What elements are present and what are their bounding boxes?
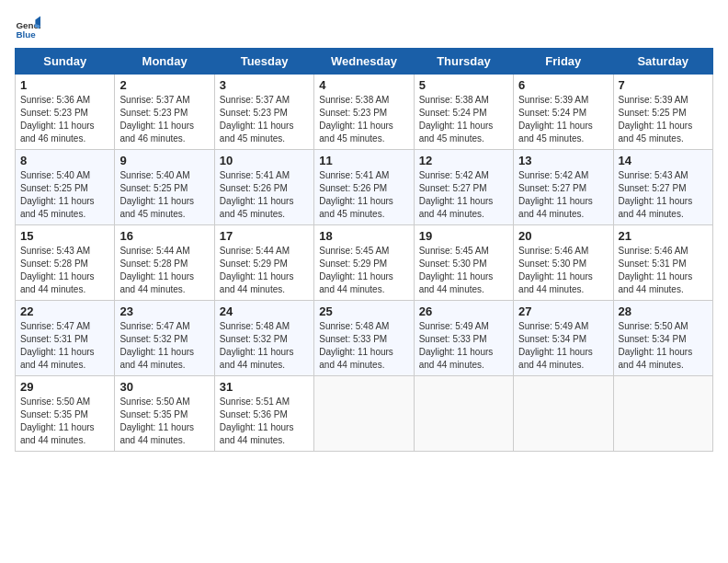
calendar-cell: 4Sunrise: 5:38 AMSunset: 5:23 PMDaylight… <box>314 75 414 150</box>
day-number: 16 <box>119 229 209 243</box>
calendar-cell: 24Sunrise: 5:48 AMSunset: 5:32 PMDayligh… <box>214 301 313 376</box>
day-number: 31 <box>220 380 309 394</box>
day-detail: Sunrise: 5:38 AMSunset: 5:24 PMDaylight:… <box>419 94 508 145</box>
day-number: 14 <box>619 154 708 167</box>
day-detail: Sunrise: 5:50 AMSunset: 5:34 PMDaylight:… <box>619 320 708 372</box>
calendar-cell: 7Sunrise: 5:39 AMSunset: 5:25 PMDaylight… <box>613 75 712 150</box>
day-detail: Sunrise: 5:50 AMSunset: 5:35 PMDaylight:… <box>20 396 109 447</box>
day-number: 19 <box>419 229 508 243</box>
day-number: 4 <box>319 78 408 92</box>
calendar-cell: 14Sunrise: 5:43 AMSunset: 5:27 PMDayligh… <box>613 150 712 225</box>
day-detail: Sunrise: 5:44 AMSunset: 5:29 PMDaylight:… <box>220 245 309 296</box>
day-number: 30 <box>119 380 209 394</box>
day-detail: Sunrise: 5:45 AMSunset: 5:30 PMDaylight:… <box>419 245 508 296</box>
calendar-week-3: 15Sunrise: 5:43 AMSunset: 5:28 PMDayligh… <box>16 225 713 301</box>
day-number: 10 <box>220 154 309 167</box>
calendar-cell: 12Sunrise: 5:42 AMSunset: 5:27 PMDayligh… <box>414 150 513 225</box>
weekday-header-wednesday: Wednesday <box>314 49 414 75</box>
calendar-cell: 29Sunrise: 5:50 AMSunset: 5:35 PMDayligh… <box>16 376 115 452</box>
weekday-header-thursday: Thursday <box>414 49 513 75</box>
day-number: 8 <box>20 154 109 167</box>
day-number: 11 <box>319 154 408 167</box>
day-number: 6 <box>518 78 608 92</box>
calendar-cell: 3Sunrise: 5:37 AMSunset: 5:23 PMDaylight… <box>214 75 313 150</box>
calendar-week-4: 22Sunrise: 5:47 AMSunset: 5:31 PMDayligh… <box>16 301 713 376</box>
day-detail: Sunrise: 5:39 AMSunset: 5:24 PMDaylight:… <box>518 94 608 145</box>
day-number: 13 <box>518 154 608 167</box>
calendar-table: SundayMondayTuesdayWednesdayThursdayFrid… <box>15 48 713 452</box>
day-detail: Sunrise: 5:42 AMSunset: 5:27 PMDaylight:… <box>518 169 608 221</box>
calendar-cell: 6Sunrise: 5:39 AMSunset: 5:24 PMDaylight… <box>514 75 613 150</box>
day-detail: Sunrise: 5:37 AMSunset: 5:23 PMDaylight:… <box>220 94 309 145</box>
day-detail: Sunrise: 5:45 AMSunset: 5:29 PMDaylight:… <box>319 245 408 296</box>
weekday-header-monday: Monday <box>115 49 214 75</box>
calendar-cell: 16Sunrise: 5:44 AMSunset: 5:28 PMDayligh… <box>115 225 214 301</box>
day-detail: Sunrise: 5:40 AMSunset: 5:25 PMDaylight:… <box>119 169 209 221</box>
calendar-cell: 20Sunrise: 5:46 AMSunset: 5:30 PMDayligh… <box>514 225 613 301</box>
day-number: 22 <box>20 304 109 318</box>
calendar-cell: 9Sunrise: 5:40 AMSunset: 5:25 PMDaylight… <box>115 150 214 225</box>
svg-text:Blue: Blue <box>16 29 36 40</box>
weekday-header-row: SundayMondayTuesdayWednesdayThursdayFrid… <box>16 49 713 75</box>
calendar-cell <box>414 376 513 452</box>
calendar-cell <box>514 376 613 452</box>
day-detail: Sunrise: 5:49 AMSunset: 5:34 PMDaylight:… <box>518 320 608 372</box>
calendar-cell: 22Sunrise: 5:47 AMSunset: 5:31 PMDayligh… <box>16 301 115 376</box>
day-number: 15 <box>20 229 109 243</box>
calendar-cell: 1Sunrise: 5:36 AMSunset: 5:23 PMDaylight… <box>16 75 115 150</box>
day-detail: Sunrise: 5:36 AMSunset: 5:23 PMDaylight:… <box>20 94 109 145</box>
day-detail: Sunrise: 5:46 AMSunset: 5:31 PMDaylight:… <box>619 245 708 296</box>
day-detail: Sunrise: 5:49 AMSunset: 5:33 PMDaylight:… <box>419 320 508 372</box>
day-number: 5 <box>419 78 508 92</box>
logo: General Blue <box>15 15 44 40</box>
day-detail: Sunrise: 5:50 AMSunset: 5:35 PMDaylight:… <box>119 396 209 447</box>
day-number: 23 <box>119 304 209 318</box>
day-number: 3 <box>220 78 309 92</box>
day-detail: Sunrise: 5:43 AMSunset: 5:28 PMDaylight:… <box>20 245 109 296</box>
calendar-cell: 28Sunrise: 5:50 AMSunset: 5:34 PMDayligh… <box>613 301 712 376</box>
calendar-cell: 19Sunrise: 5:45 AMSunset: 5:30 PMDayligh… <box>414 225 513 301</box>
day-number: 24 <box>220 304 309 318</box>
logo-icon: General Blue <box>15 15 40 40</box>
calendar-cell: 5Sunrise: 5:38 AMSunset: 5:24 PMDaylight… <box>414 75 513 150</box>
day-detail: Sunrise: 5:39 AMSunset: 5:25 PMDaylight:… <box>619 94 708 145</box>
calendar-cell: 23Sunrise: 5:47 AMSunset: 5:32 PMDayligh… <box>115 301 214 376</box>
calendar-cell: 31Sunrise: 5:51 AMSunset: 5:36 PMDayligh… <box>214 376 313 452</box>
day-number: 12 <box>419 154 508 167</box>
calendar-week-2: 8Sunrise: 5:40 AMSunset: 5:25 PMDaylight… <box>16 150 713 225</box>
day-detail: Sunrise: 5:43 AMSunset: 5:27 PMDaylight:… <box>619 169 708 221</box>
day-number: 20 <box>518 229 608 243</box>
calendar-cell: 26Sunrise: 5:49 AMSunset: 5:33 PMDayligh… <box>414 301 513 376</box>
calendar-cell: 25Sunrise: 5:48 AMSunset: 5:33 PMDayligh… <box>314 301 414 376</box>
day-detail: Sunrise: 5:41 AMSunset: 5:26 PMDaylight:… <box>220 169 309 221</box>
day-detail: Sunrise: 5:42 AMSunset: 5:27 PMDaylight:… <box>419 169 508 221</box>
calendar-cell <box>314 376 414 452</box>
calendar-cell: 18Sunrise: 5:45 AMSunset: 5:29 PMDayligh… <box>314 225 414 301</box>
day-number: 29 <box>20 380 109 394</box>
calendar-week-5: 29Sunrise: 5:50 AMSunset: 5:35 PMDayligh… <box>16 376 713 452</box>
day-detail: Sunrise: 5:48 AMSunset: 5:32 PMDaylight:… <box>220 320 309 372</box>
calendar-cell: 11Sunrise: 5:41 AMSunset: 5:26 PMDayligh… <box>314 150 414 225</box>
calendar-cell: 2Sunrise: 5:37 AMSunset: 5:23 PMDaylight… <box>115 75 214 150</box>
calendar-cell: 8Sunrise: 5:40 AMSunset: 5:25 PMDaylight… <box>16 150 115 225</box>
calendar-cell: 30Sunrise: 5:50 AMSunset: 5:35 PMDayligh… <box>115 376 214 452</box>
day-detail: Sunrise: 5:38 AMSunset: 5:23 PMDaylight:… <box>319 94 408 145</box>
day-number: 18 <box>319 229 408 243</box>
day-number: 21 <box>619 229 708 243</box>
calendar-cell: 13Sunrise: 5:42 AMSunset: 5:27 PMDayligh… <box>514 150 613 225</box>
weekday-header-saturday: Saturday <box>613 49 712 75</box>
calendar-week-1: 1Sunrise: 5:36 AMSunset: 5:23 PMDaylight… <box>16 75 713 150</box>
day-detail: Sunrise: 5:44 AMSunset: 5:28 PMDaylight:… <box>119 245 209 296</box>
calendar-cell: 10Sunrise: 5:41 AMSunset: 5:26 PMDayligh… <box>214 150 313 225</box>
day-number: 7 <box>619 78 708 92</box>
day-number: 2 <box>119 78 209 92</box>
day-number: 28 <box>619 304 708 318</box>
day-detail: Sunrise: 5:41 AMSunset: 5:26 PMDaylight:… <box>319 169 408 221</box>
day-detail: Sunrise: 5:51 AMSunset: 5:36 PMDaylight:… <box>220 396 309 447</box>
day-detail: Sunrise: 5:37 AMSunset: 5:23 PMDaylight:… <box>119 94 209 145</box>
day-number: 25 <box>319 304 408 318</box>
day-number: 17 <box>220 229 309 243</box>
calendar-cell: 15Sunrise: 5:43 AMSunset: 5:28 PMDayligh… <box>16 225 115 301</box>
day-number: 27 <box>518 304 608 318</box>
calendar-cell <box>613 376 712 452</box>
